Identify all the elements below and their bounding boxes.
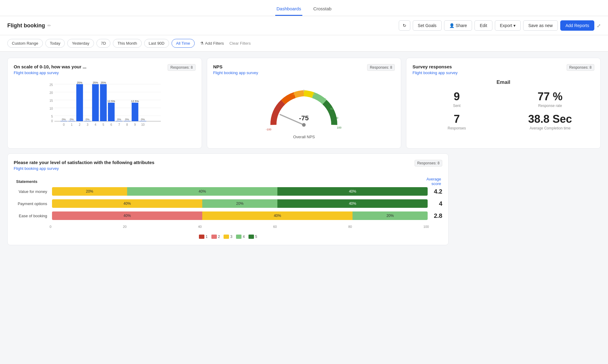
card2-responses: Responses: 8 bbox=[367, 64, 395, 71]
svg-text:-60: -60 bbox=[281, 100, 285, 103]
satisfaction-title: Please rate your level of satisfaction w… bbox=[14, 160, 155, 165]
add-reports-button[interactable]: Add Reports bbox=[560, 20, 594, 31]
survey-stats: 9 Sent 77 % Response rate 7 Responses 38… bbox=[412, 90, 594, 130]
svg-text:40: 40 bbox=[323, 98, 326, 101]
card1-responses: Responses: 8 bbox=[168, 64, 195, 71]
svg-text:60: 60 bbox=[330, 107, 333, 110]
filter-yesterday[interactable]: Yesterday bbox=[67, 39, 94, 48]
filter-today[interactable]: Today bbox=[45, 39, 65, 48]
svg-text:4: 4 bbox=[95, 123, 96, 126]
card3-title: Survey responses bbox=[412, 64, 457, 69]
svg-text:0%: 0% bbox=[62, 118, 66, 121]
svg-text:15: 15 bbox=[50, 99, 53, 102]
card-satisfaction: Please rate your level of satisfaction w… bbox=[7, 153, 449, 245]
row3-label: Ease of booking bbox=[14, 214, 47, 218]
svg-rect-30 bbox=[132, 103, 138, 121]
stacked-row-value-for-money: Value for money 20% 40% 40% 4.2 bbox=[14, 187, 442, 196]
edit-icon[interactable]: ✏ bbox=[47, 23, 51, 28]
svg-text:20: 20 bbox=[50, 91, 53, 94]
row1-seg1: 20% bbox=[52, 187, 127, 196]
row1-seg3: 40% bbox=[277, 187, 428, 196]
stat-completion-value: 38.8 Sec bbox=[506, 113, 594, 125]
bar-chart-container: 25 20 15 10 5 0 0% bbox=[14, 79, 196, 131]
top-nav: Dashboards Crosstab bbox=[0, 0, 608, 16]
chart-legend: 1 2 3 4 5 bbox=[14, 235, 442, 239]
svg-rect-24 bbox=[108, 103, 115, 121]
filter-last-90d[interactable]: Last 90D bbox=[144, 39, 169, 48]
svg-text:0: 0 bbox=[51, 119, 53, 123]
save-as-new-button[interactable]: Save as new bbox=[523, 20, 558, 31]
row1-seg2: 40% bbox=[127, 187, 277, 196]
svg-text:1: 1 bbox=[71, 123, 73, 126]
filter-custom-range[interactable]: Custom Range bbox=[7, 39, 43, 48]
card1-header: On scale of 0-10, how was your ... Fligh… bbox=[14, 64, 196, 76]
legend-color-5 bbox=[248, 235, 254, 239]
filter-7d[interactable]: 7D bbox=[96, 39, 111, 48]
edit-button[interactable]: Edit bbox=[474, 20, 492, 31]
svg-text:0%: 0% bbox=[85, 118, 89, 121]
card1-subtitle: Flight booking app survey bbox=[14, 70, 86, 75]
stat-responses-desc: Responses bbox=[412, 126, 501, 130]
svg-text:6: 6 bbox=[110, 123, 112, 126]
card2-title: NPS bbox=[213, 64, 258, 69]
svg-text:10: 10 bbox=[141, 123, 145, 126]
tab-crosstab[interactable]: Crosstab bbox=[312, 4, 333, 16]
card-bar-chart: On scale of 0-10, how was your ... Fligh… bbox=[7, 58, 202, 149]
set-goals-button[interactable]: Set Goals bbox=[413, 20, 442, 31]
legend-3: 3 bbox=[224, 235, 232, 239]
svg-text:0: 0 bbox=[63, 123, 65, 126]
filter-icon: ⚗ bbox=[200, 41, 204, 46]
card1-title: On scale of 0-10, how was your ... bbox=[14, 64, 86, 69]
add-filters-button[interactable]: ⚗ Add Filters bbox=[197, 39, 227, 47]
export-button[interactable]: Export ▾ bbox=[495, 20, 521, 31]
svg-text:5: 5 bbox=[102, 123, 104, 126]
filter-this-month[interactable]: This Month bbox=[113, 39, 141, 48]
svg-text:25: 25 bbox=[50, 83, 53, 87]
filter-all-time[interactable]: All Time bbox=[172, 39, 195, 48]
svg-rect-27 bbox=[116, 121, 123, 121]
clear-filters-button[interactable]: Clear Filters bbox=[229, 41, 251, 46]
svg-text:12.5%: 12.5% bbox=[131, 100, 139, 103]
refresh-button[interactable]: ↻ bbox=[399, 20, 410, 31]
survey-channel: Email bbox=[412, 79, 594, 85]
row1-label: Value for money bbox=[14, 189, 47, 194]
stat-response-rate: 77 % Response rate bbox=[506, 90, 594, 108]
nps-gauge-container: -100 -80 -60 -40 0 20 40 60 80 100 -75 bbox=[213, 79, 395, 142]
svg-text:7: 7 bbox=[118, 123, 120, 126]
legend-color-2 bbox=[211, 235, 217, 239]
svg-text:20: 20 bbox=[312, 93, 315, 96]
stat-sent-desc: Sent bbox=[412, 104, 501, 108]
svg-text:-75: -75 bbox=[299, 114, 309, 122]
statements-header: Statements bbox=[14, 179, 68, 184]
legend-2: 2 bbox=[211, 235, 220, 239]
svg-text:80: 80 bbox=[335, 116, 338, 119]
svg-text:25%: 25% bbox=[77, 82, 82, 84]
card2-header: NPS Flight booking app survey Responses:… bbox=[213, 64, 395, 76]
row2-seg1: 40% bbox=[52, 199, 202, 208]
svg-text:-100: -100 bbox=[266, 128, 271, 131]
svg-text:25%: 25% bbox=[93, 82, 98, 84]
stat-response-rate-value: 77 % bbox=[506, 90, 594, 103]
tab-dashboards[interactable]: Dashboards bbox=[275, 4, 302, 16]
share-button[interactable]: 👤 Share bbox=[444, 20, 472, 31]
svg-text:100: 100 bbox=[337, 126, 342, 129]
svg-text:8: 8 bbox=[126, 123, 128, 126]
row2-seg2: 20% bbox=[202, 199, 277, 208]
main-content: On scale of 0-10, how was your ... Fligh… bbox=[0, 52, 608, 251]
fullscreen-icon[interactable]: ⤢ bbox=[597, 23, 601, 29]
stacked-row-payment-options: Payment options 40% 20% 40% 4 bbox=[14, 199, 442, 208]
toolbar-right: ↻ Set Goals 👤 Share Edit Export ▾ Save a… bbox=[399, 20, 601, 31]
svg-text:-40: -40 bbox=[292, 93, 296, 96]
stat-sent-value: 9 bbox=[412, 90, 501, 103]
card-survey-responses: Survey responses Flight booking app surv… bbox=[406, 58, 601, 149]
legend-color-3 bbox=[224, 235, 229, 239]
svg-text:0%: 0% bbox=[141, 118, 145, 121]
toolbar: Flight booking ✏ ↻ Set Goals 👤 Share Edi… bbox=[0, 16, 608, 35]
svg-text:3: 3 bbox=[87, 123, 89, 126]
card3-header: Survey responses Flight booking app surv… bbox=[412, 64, 594, 76]
page-title: Flight booking bbox=[7, 22, 45, 29]
svg-rect-33 bbox=[140, 121, 146, 121]
filter-bar: Custom Range Today Yesterday 7D This Mon… bbox=[0, 35, 608, 52]
card-bottom-responses: Responses: 8 bbox=[415, 160, 442, 167]
svg-text:-80: -80 bbox=[275, 112, 279, 115]
